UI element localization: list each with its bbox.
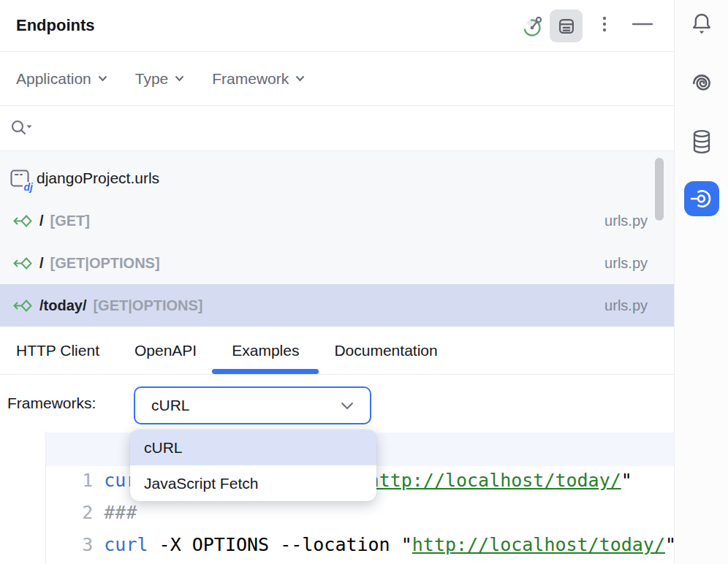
filter-framework-label: Framework [212, 70, 289, 88]
ai-assistant-icon[interactable] [684, 66, 719, 101]
endpoint-arrow-icon [12, 298, 34, 313]
filter-type[interactable]: Type [135, 70, 185, 88]
endpoint-path: /today/ [39, 297, 86, 314]
code-line: 3curl -X OPTIONS --location "http://loca… [0, 497, 674, 529]
endpoints-gauge-icon[interactable] [520, 14, 545, 39]
endpoint-row-selected[interactable]: /today/ [GET|OPTIONS] urls.py [0, 284, 674, 327]
dropdown-option-js-fetch[interactable]: JavaScript Fetch [130, 465, 376, 501]
right-toolbar [674, 0, 728, 564]
header: Endpoints [0, 0, 674, 52]
endpoint-arrow-icon [12, 256, 34, 271]
tab-examples[interactable]: Examples [232, 327, 299, 374]
scrollbar-thumb[interactable] [655, 158, 664, 221]
frameworks-dropdown-popup: cURL JavaScript Fetch [130, 430, 376, 501]
tab-bar: HTTP Client OpenAPI Examples Documentati… [0, 327, 674, 375]
hide-icon[interactable] [629, 12, 656, 37]
endpoint-file: urls.py [604, 255, 648, 272]
endpoints-icon[interactable] [684, 181, 719, 216]
chevron-down-icon [295, 75, 305, 82]
chevron-down-icon [175, 75, 184, 82]
chevron-down-icon [98, 75, 107, 82]
search-bar [0, 106, 674, 151]
filter-framework[interactable]: Framework [212, 70, 305, 88]
endpoint-file: urls.py [604, 297, 648, 314]
endpoint-row[interactable]: / [GET] urls.py [0, 199, 674, 242]
page-title: Endpoints [16, 0, 95, 51]
django-urls-file-icon: dj [9, 167, 31, 189]
search-input[interactable] [41, 114, 674, 143]
frameworks-label: Frameworks: [7, 375, 96, 431]
filter-bar: Application Type Framework [0, 52, 674, 106]
tab-openapi[interactable]: OpenAPI [134, 327, 197, 374]
line-number: 3 [66, 529, 104, 561]
endpoint-methods: [GET|OPTIONS] [93, 297, 202, 314]
details-view-toggle-icon[interactable] [550, 9, 583, 42]
group-label: djangoProject.urls [37, 169, 159, 187]
endpoint-path: / [39, 255, 44, 272]
endpoint-file: urls.py [604, 213, 648, 229]
django-badge: dj [23, 182, 33, 192]
dropdown-option-curl[interactable]: cURL [130, 430, 376, 465]
frameworks-bar: Frameworks: cURL [0, 375, 674, 431]
endpoint-arrow-icon [12, 213, 34, 229]
frameworks-select[interactable]: cURL [134, 386, 371, 424]
chevron-down-icon [341, 402, 354, 410]
endpoint-methods: [GET] [50, 213, 90, 229]
search-icon[interactable] [10, 119, 34, 138]
filter-application[interactable]: Application [16, 70, 107, 88]
notifications-bell-icon[interactable] [684, 7, 719, 42]
url-link[interactable]: http://localhost/today/ [412, 534, 665, 555]
list-group-row[interactable]: dj djangoProject.urls [0, 157, 674, 199]
endpoint-row[interactable]: / [GET|OPTIONS] urls.py [0, 242, 674, 284]
more-options-icon[interactable] [592, 12, 617, 37]
endpoints-tool-window: Endpoints [0, 0, 728, 564]
database-icon[interactable] [684, 124, 719, 159]
tab-http-client[interactable]: HTTP Client [16, 327, 99, 374]
filter-type-label: Type [135, 70, 169, 88]
tab-documentation[interactable]: Documentation [334, 327, 437, 374]
endpoint-path: / [39, 213, 44, 229]
endpoint-methods: [GET|OPTIONS] [50, 255, 160, 272]
frameworks-selected-value: cURL [151, 397, 190, 414]
endpoints-list: dj djangoProject.urls / [GET] urls.py / … [0, 151, 674, 327]
filter-application-label: Application [16, 70, 91, 88]
